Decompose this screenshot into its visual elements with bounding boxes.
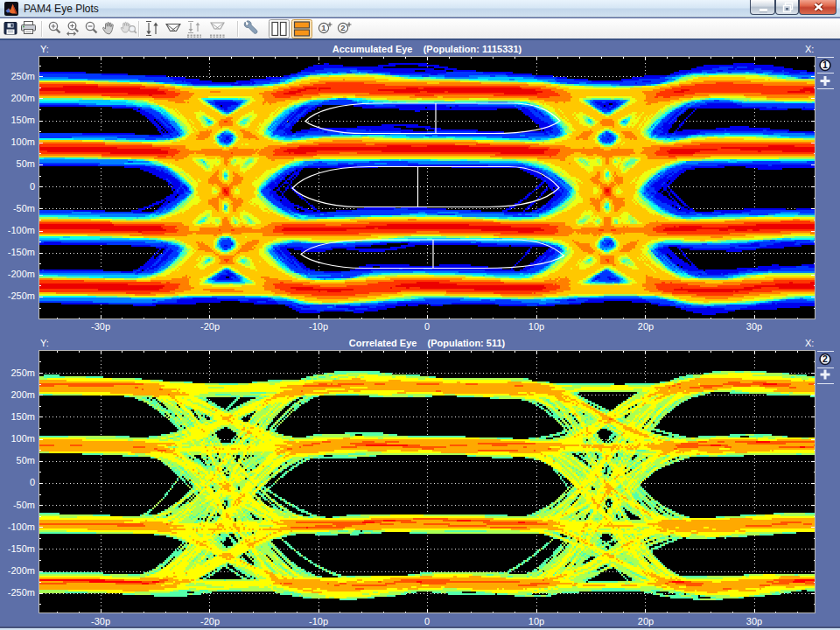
- svg-text:1: 1: [321, 23, 326, 32]
- svg-text:1: 1: [822, 60, 828, 70]
- svg-text:2: 2: [822, 354, 828, 364]
- svg-text:2: 2: [340, 23, 345, 32]
